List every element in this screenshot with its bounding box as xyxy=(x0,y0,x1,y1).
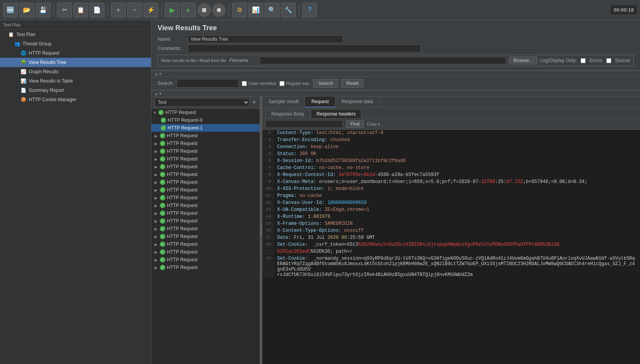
name-input[interactable] xyxy=(188,35,343,43)
tree-item-req-16[interactable]: ▶ ✓ HTTP Request xyxy=(151,240,260,248)
filename-input[interactable] xyxy=(260,57,506,64)
sidebar-item-http-request-main[interactable]: 🌐 HTTP Request xyxy=(0,48,151,58)
tree-item-req-7[interactable]: ▶ ✓ HTTP Request xyxy=(151,171,260,178)
regex-checkbox[interactable] xyxy=(279,81,284,86)
file-section-label: Write results to file / Read from file xyxy=(161,58,226,63)
sidebar-item-graph-results[interactable]: 📈 Graph Results xyxy=(0,67,151,76)
response-line-3: 3 Transfer-Encoding: chunked xyxy=(262,137,640,144)
case-sensitive-option: Case sensitive xyxy=(242,81,276,86)
sidebar-item-http-cookie-manager[interactable]: 🍪 HTTP Cookie Manager xyxy=(0,95,151,104)
view-results-table-icon: 📊 xyxy=(20,78,26,84)
play-alt-btn[interactable]: ⏵ xyxy=(181,3,196,17)
tree-item-req-4[interactable]: ▶ ✓ HTTP Request xyxy=(151,147,260,155)
results-area: Text HTML JSON XML ▼ ▼ ✓ HTTP Request xyxy=(151,97,640,364)
tab-request[interactable]: Request xyxy=(305,97,335,107)
subtab-response-headers[interactable]: Response headers xyxy=(311,109,362,118)
sep4 xyxy=(229,4,229,16)
tree-item-label: HTTP Request xyxy=(167,210,198,216)
divider-top[interactable]: ▲▼ xyxy=(151,71,640,77)
tree-item-req-11[interactable]: ▶ ✓ HTTP Request xyxy=(151,202,260,209)
tree-item-label: HTTP Request xyxy=(167,218,198,224)
new-btn[interactable]: 🆕 xyxy=(3,3,18,17)
name-row: Name: xyxy=(158,35,634,43)
divider-bottom[interactable]: ▲▼ xyxy=(151,90,640,97)
sidebar-item-view-results-table[interactable]: 📊 View Results in Table xyxy=(0,76,151,86)
sidebar-item-thread-group[interactable]: 👥 Thread Group xyxy=(0,39,151,48)
tree-item-req-13[interactable]: ▶ ✓ HTTP Request xyxy=(151,217,260,225)
check-icon: ✓ xyxy=(161,117,166,123)
log-display-label: Log/Display Only: xyxy=(540,58,577,63)
expand-arrow-icon: ▶ xyxy=(154,149,158,154)
find-button[interactable]: Find xyxy=(346,120,364,128)
tools-btn[interactable]: 🔧 xyxy=(281,3,296,17)
cookie-manager-icon: 🍪 xyxy=(20,97,26,103)
page-title: View Results Tree xyxy=(158,24,634,32)
comments-input[interactable] xyxy=(188,45,421,52)
sidebar-item-summary-report[interactable]: 📄 Summary Report xyxy=(0,86,151,95)
response-line-12: 12 X-Canvas-User-Id: 10000000000659 xyxy=(262,200,640,207)
tree-item-req-15[interactable]: ▶ ✓ HTTP Request xyxy=(151,233,260,240)
response-line-17: 17 Date: Fri, 31 Jul 2020 08:25:59 GMT xyxy=(262,235,640,242)
case-sensitive-checkbox[interactable] xyxy=(242,81,247,86)
open-btn[interactable]: 📂 xyxy=(19,3,34,17)
tree-item-label: HTTP Request-1 xyxy=(168,125,203,131)
tab-response-data[interactable]: Response data xyxy=(335,97,380,107)
sidebar-item-test-plan[interactable]: 📋 Test Plan xyxy=(0,30,151,39)
stop-btn[interactable]: ⏹ xyxy=(198,3,211,17)
tree-item-req-3[interactable]: ▶ ✓ HTTP Request xyxy=(151,140,260,147)
expand-arrow-icon: ▶ xyxy=(154,266,158,270)
errors-checkbox[interactable] xyxy=(581,58,586,63)
connect-btn[interactable]: ⚡ xyxy=(144,3,158,17)
search-button[interactable]: Search xyxy=(313,79,338,88)
tree-item-request-1[interactable]: ✓ HTTP Request-1 xyxy=(151,124,260,132)
remove-btn[interactable]: − xyxy=(127,3,142,17)
tree-item-root[interactable]: ▼ ✓ HTTP Request xyxy=(151,109,260,116)
paste-btn[interactable]: 📄 xyxy=(90,3,104,17)
play-btn[interactable]: ▶ xyxy=(165,3,180,17)
tree-item-req-9[interactable]: ▶ ✓ HTTP Request xyxy=(151,186,260,194)
browse-button[interactable]: Browse... xyxy=(509,57,537,64)
response-content[interactable]: 2 Content-Type: text/html; charset=utf-8… xyxy=(262,130,640,364)
expand-arrow-icon: ▶ xyxy=(154,219,158,223)
tree-items: ▼ ✓ HTTP Request ✓ HTTP Request-0 ✓ HTTP… xyxy=(151,109,260,364)
tree-item-req-19[interactable]: ▶ ✓ HTTP Request xyxy=(151,264,260,271)
tab-sampler-result[interactable]: Sampler result xyxy=(262,97,305,107)
tree-item-req-17[interactable]: ▶ ✓ HTTP Request xyxy=(151,248,260,256)
save-btn[interactable]: 💾 xyxy=(36,3,50,17)
add-btn[interactable]: + xyxy=(111,3,126,17)
sidebar-item-view-results-tree[interactable]: 🌳 View Results Tree xyxy=(0,58,151,67)
tree-item-label: HTTP Request xyxy=(165,110,196,115)
cut-btn[interactable]: ✂ xyxy=(57,3,72,17)
settings-btn[interactable]: ⚙ xyxy=(232,3,247,17)
tree-item-req-18[interactable]: ▶ ✓ HTTP Request xyxy=(151,256,260,264)
stop-alt-btn[interactable]: ⏺ xyxy=(212,3,225,17)
search-input[interactable] xyxy=(177,79,239,88)
main-tab-bar: Sampler result Request Response data xyxy=(262,97,640,108)
reset-button[interactable]: Reset xyxy=(341,79,363,88)
expand-arrow-icon: ▶ xyxy=(154,258,158,262)
subtab-response-body[interactable]: Response Body xyxy=(265,109,310,118)
tree-item-req-14[interactable]: ▶ ✓ HTTP Request xyxy=(151,225,260,233)
view-format-select[interactable]: Text HTML JSON XML xyxy=(154,98,250,107)
help-btn[interactable]: ? xyxy=(302,3,317,17)
check-icon: ✓ xyxy=(160,195,165,200)
tree-item-req-10[interactable]: ▶ ✓ HTTP Request xyxy=(151,194,260,202)
tree-item-request-0[interactable]: ✓ HTTP Request-0 xyxy=(151,116,260,124)
tree-item-req-8[interactable]: ▶ ✓ HTTP Request xyxy=(151,178,260,186)
success-checkbox[interactable] xyxy=(606,58,611,63)
expand-arrow-icon: ▶ xyxy=(154,157,158,161)
check-icon: ✓ xyxy=(161,125,166,131)
copy-btn[interactable]: 📋 xyxy=(73,3,88,17)
find-input[interactable] xyxy=(265,120,343,128)
monitor-btn[interactable]: 🔍 xyxy=(265,3,279,17)
tree-item-req-12[interactable]: ▶ ✓ HTTP Request xyxy=(151,209,260,217)
tree-item-req-2[interactable]: ▶ ✓ HTTP Request xyxy=(151,132,260,140)
check-icon: ✓ xyxy=(160,257,165,262)
success-label: Succes xyxy=(615,58,630,63)
tree-item-req-6[interactable]: ▶ ✓ HTTP Request xyxy=(151,163,260,171)
report-btn[interactable]: 📊 xyxy=(248,3,263,17)
check-icon: ✓ xyxy=(160,164,165,169)
tree-item-req-5[interactable]: ▶ ✓ HTTP Request xyxy=(151,155,260,163)
response-line-18b: %2FEaLO51edC%X3D%3D; path=/ xyxy=(262,248,640,255)
response-line-16: 16 X-Content-Type-Options: nosniff xyxy=(262,228,640,235)
